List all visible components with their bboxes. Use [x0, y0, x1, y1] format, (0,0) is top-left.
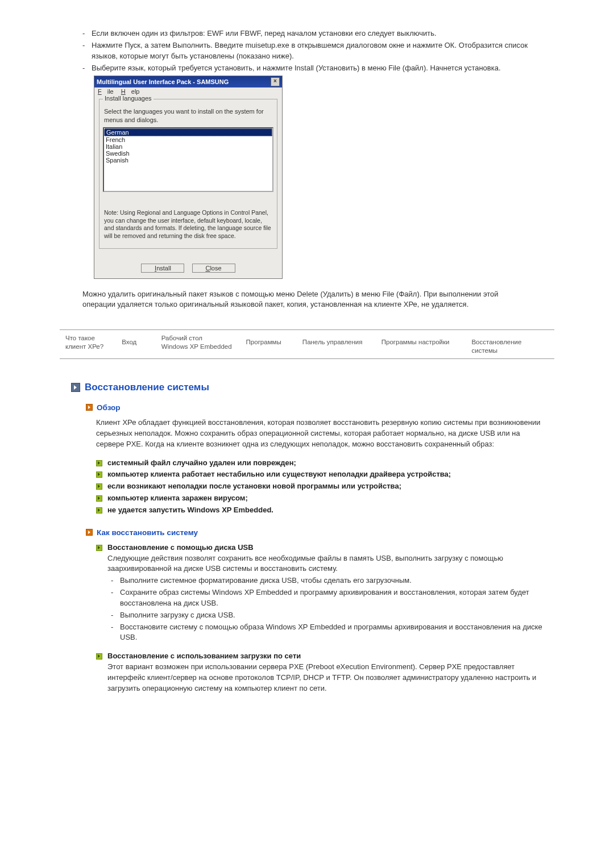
subsection-heading-row: Как восстановить систему [86, 528, 543, 537]
list-item[interactable]: Swedish [104, 150, 272, 157]
subsection-title: Обзор [97, 403, 121, 412]
menu-help[interactable]: Help [121, 88, 140, 95]
install-steps-list: - Если включен один из фильтров: EWF или… [82, 28, 554, 73]
group-instruction: Select the languages you want to install… [104, 107, 272, 124]
list-item: - Выберите язык, который требуется устан… [82, 63, 554, 74]
list-item: -Выполните загрузку с диска USB. [111, 610, 543, 621]
menubar: File Help [94, 87, 282, 95]
section-heading-row: Восстановление системы [71, 382, 543, 393]
section-title: Восстановление системы [85, 382, 209, 393]
close-button[interactable]: Close [192, 264, 235, 273]
bullet-icon [96, 460, 102, 466]
nav-tab-system-recovery[interactable]: Восстановление системы [466, 333, 554, 356]
usb-title: Восстановление с помощью диска USB [107, 542, 543, 553]
list-item: -Восстановите систему с помощью образа W… [111, 622, 543, 644]
list-item: если возникают неполадки после установки… [96, 481, 543, 492]
list-item: Восстановление с помощью диска USB Следу… [96, 542, 543, 575]
mui-window: Multilingual User Interface Pack - SAMSU… [94, 76, 283, 278]
window-titlebar: Multilingual User Interface Pack - SAMSU… [94, 76, 282, 87]
bullet-icon [96, 495, 102, 502]
method-list: Восстановление с помощью диска USB Следу… [96, 542, 543, 575]
list-item-text: Выберите язык, который требуется установ… [92, 63, 554, 74]
subsection-title: Как восстановить систему [97, 528, 198, 537]
nav-tab-control-panel[interactable]: Панель управления [297, 333, 376, 356]
list-item: не удается запустить Windows XP Embedded… [96, 505, 543, 516]
list-item-selected[interactable]: German [104, 128, 272, 136]
install-button[interactable]: Install [141, 264, 184, 273]
overview-paragraph: Клиент ХРе обладает функцией восстановле… [96, 418, 543, 450]
nav-tab-what-is-xpe[interactable]: Что такоеклиент ХРе? [60, 333, 116, 356]
subsection-heading-row: Обзор [86, 403, 543, 412]
nav-tab-login[interactable]: Вход [116, 333, 156, 356]
usb-steps-list: -Выполните системное форматирование диск… [111, 575, 543, 643]
method-list: Восстановление с использованием загрузки… [96, 651, 543, 694]
bullet-icon [96, 471, 102, 478]
net-body: Этот вариант возможен при использовании … [107, 662, 543, 694]
menu-file[interactable]: File [98, 88, 114, 95]
language-listbox[interactable]: German French Italian Swedish Spanish [103, 127, 273, 192]
bullet-icon [96, 483, 102, 490]
list-item: Восстановление с использованием загрузки… [96, 651, 543, 694]
list-item: компьютер клиента работает нестабильно и… [96, 469, 543, 480]
list-item: -Сохраните образ системы Windows XP Embe… [111, 587, 543, 609]
section-icon [71, 383, 80, 392]
nav-row: Что такоеклиент ХРе? Вход Рабочий столWi… [60, 329, 554, 359]
nav-tab-desktop[interactable]: Рабочий столWindows XP Embedded [156, 333, 240, 356]
group-note: Note: Using Regional and Language Option… [104, 209, 272, 240]
bullet-icon [96, 653, 102, 660]
bullet-icon [96, 545, 102, 551]
close-icon[interactable]: × [271, 77, 280, 86]
cases-list: системный файл случайно удален или повре… [96, 458, 543, 516]
list-item: системный файл случайно удален или повре… [96, 458, 543, 469]
usb-intro: Следующие действия позволят сохранить вс… [107, 553, 543, 575]
subsection-icon [86, 529, 93, 536]
list-item: компьютер клиента заражен вирусом; [96, 493, 543, 504]
list-item-text: Если включен один из фильтров: EWF или F… [92, 28, 554, 39]
list-item: - Нажмите Пуск, а затем Выполнить. Введи… [82, 40, 554, 62]
window-title: Multilingual User Interface Pack - SAMSU… [97, 78, 271, 85]
list-item-text: Нажмите Пуск, а затем Выполнить. Введите… [92, 40, 554, 62]
bullet-icon [96, 507, 102, 514]
nav-tab-programs[interactable]: Программы [240, 333, 297, 356]
list-item[interactable]: Spanish [104, 157, 272, 164]
subsection-icon [86, 404, 93, 411]
group-legend: Install languages [103, 95, 154, 102]
list-item: - Если включен один из фильтров: EWF или… [82, 28, 554, 39]
net-title: Восстановление с использованием загрузки… [107, 651, 543, 662]
install-languages-group: Install languages Select the languages y… [99, 99, 277, 248]
delete-note-paragraph: Можно удалить оригинальный пакет языков … [82, 289, 532, 311]
button-row: Install Close [94, 253, 282, 278]
nav-tab-config-programs[interactable]: Программы настройки [376, 333, 466, 356]
list-item[interactable]: French [104, 136, 272, 143]
list-item: -Выполните системное форматирование диск… [111, 575, 543, 586]
list-item[interactable]: Italian [104, 143, 272, 150]
